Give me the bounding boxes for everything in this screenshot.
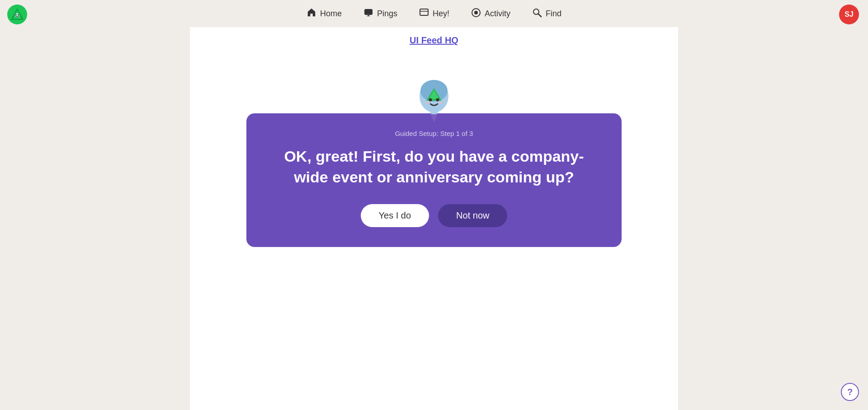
svg-marker-22: [430, 114, 438, 122]
svg-rect-7: [420, 9, 428, 15]
svg-point-18: [429, 98, 432, 102]
activity-icon: [471, 8, 481, 20]
svg-rect-6: [364, 9, 373, 15]
app-logo[interactable]: [7, 5, 27, 24]
panel-title[interactable]: UI Feed HQ: [410, 35, 458, 46]
nav-activity-label: Activity: [485, 9, 510, 19]
avatar-initials: SJ: [844, 10, 854, 19]
home-icon: [307, 8, 316, 20]
setup-card: Guided Setup: Step 1 of 3 OK, great! Fir…: [246, 113, 622, 247]
top-nav: Home Pings Hey! Activity: [0, 0, 868, 27]
help-button[interactable]: ?: [841, 383, 859, 401]
find-icon: [532, 8, 542, 20]
mascot-icon: [409, 73, 459, 122]
nav-home[interactable]: Home: [307, 8, 342, 20]
nav-pings-label: Pings: [377, 9, 397, 19]
mascot-container: [409, 73, 459, 122]
svg-point-21: [438, 102, 442, 104]
svg-point-5: [18, 14, 19, 16]
nav-find[interactable]: Find: [532, 8, 561, 20]
svg-point-10: [474, 11, 478, 14]
nav-activity[interactable]: Activity: [471, 8, 510, 20]
help-icon: ?: [847, 387, 853, 397]
svg-point-20: [426, 102, 430, 104]
nav-pings[interactable]: Pings: [363, 8, 397, 20]
nav-hey-label: Hey!: [433, 9, 449, 19]
yes-button[interactable]: Yes I do: [361, 204, 429, 227]
pings-icon: [363, 8, 373, 20]
main-content: UI Feed HQ: [0, 27, 868, 410]
svg-point-19: [436, 98, 439, 102]
nav-home-label: Home: [320, 9, 342, 19]
svg-line-12: [538, 14, 542, 17]
step-label: Guided Setup: Step 1 of 3: [395, 130, 473, 137]
question-text: OK, great! First, do you have a company-…: [274, 146, 594, 188]
not-now-button[interactable]: Not now: [438, 204, 507, 227]
buttons-row: Yes I do Not now: [361, 204, 508, 227]
user-avatar[interactable]: SJ: [839, 5, 859, 24]
svg-point-4: [15, 14, 17, 16]
hey-icon: [419, 8, 429, 20]
nav-hey[interactable]: Hey!: [419, 8, 449, 20]
nav-find-label: Find: [546, 9, 561, 19]
content-panel: UI Feed HQ: [190, 27, 678, 410]
